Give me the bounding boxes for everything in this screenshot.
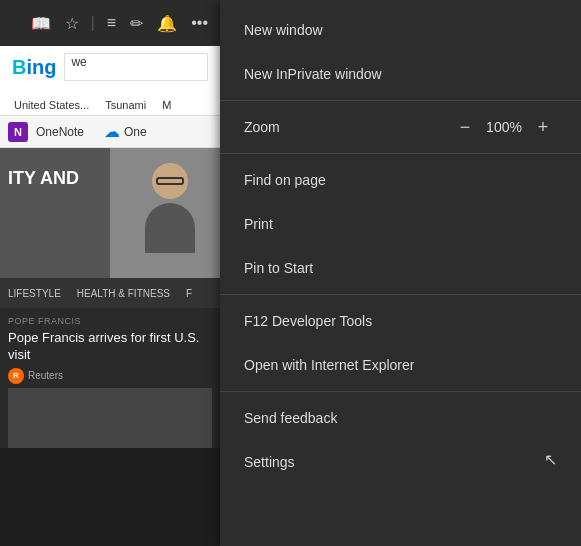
nav-f[interactable]: F (178, 288, 200, 299)
person-image (130, 163, 210, 263)
reuters-icon: R (8, 368, 24, 384)
nav-health[interactable]: HEALTH & FITNESS (69, 288, 178, 299)
card-source-text: Reuters (28, 370, 63, 381)
onedrive-icon: ☁ (104, 122, 120, 141)
zoom-value-display: 100% (479, 119, 529, 135)
menu-item-pin-to-start[interactable]: Pin to Start (220, 246, 581, 290)
menu-item-new-window[interactable]: New window (220, 8, 581, 52)
divider-3 (220, 294, 581, 295)
print-label: Print (244, 216, 273, 232)
annotation-icon[interactable]: ✏ (126, 10, 147, 37)
card-source: R Reuters (8, 368, 212, 384)
search-box[interactable]: we (64, 53, 208, 81)
list-icon[interactable]: ≡ (103, 10, 120, 36)
menu-items-list: New window New InPrivate window Zoom − 1… (220, 0, 581, 492)
bell-icon[interactable]: 🔔 (153, 10, 181, 37)
search-text: we (71, 55, 86, 69)
pin-to-start-label: Pin to Start (244, 260, 313, 276)
f12-dev-tools-label: F12 Developer Tools (244, 313, 372, 329)
hero-image (110, 148, 220, 278)
onenote-bar: N OneNote ☁ One (0, 116, 220, 148)
menu-item-print[interactable]: Print (220, 202, 581, 246)
card-area: POPE FRANCIS Pope Francis arrives for fi… (0, 308, 220, 448)
divider-1 (220, 100, 581, 101)
tab-us[interactable]: United States... (6, 95, 97, 115)
divider-4 (220, 391, 581, 392)
find-on-page-label: Find on page (244, 172, 326, 188)
dropdown-menu: New window New InPrivate window Zoom − 1… (220, 0, 581, 546)
zoom-row: Zoom − 100% + (220, 105, 581, 149)
send-feedback-label: Send feedback (244, 410, 337, 426)
zoom-increase-button[interactable]: + (529, 113, 557, 141)
bing-bar: Bing we (0, 46, 220, 88)
browser-background: 📖 ☆ | ≡ ✏ 🔔 ••• Bing we United States...… (0, 0, 220, 546)
onenote-label: OneNote (36, 125, 84, 139)
zoom-label: Zoom (244, 119, 451, 135)
person-body (145, 203, 195, 253)
hero-area: ITY AND (0, 148, 220, 278)
menu-item-find-on-page[interactable]: Find on page (220, 158, 581, 202)
book-icon[interactable]: 📖 (27, 10, 55, 37)
open-with-ie-label: Open with Internet Explorer (244, 357, 414, 373)
browser-toolbar: 📖 ☆ | ≡ ✏ 🔔 ••• (0, 0, 220, 46)
person-glasses (156, 177, 184, 185)
zoom-decrease-button[interactable]: − (451, 113, 479, 141)
menu-item-settings[interactable]: Settings ↖ (220, 440, 581, 484)
page-content: Bing we United States... Tsunami M N One… (0, 46, 220, 546)
bing-logo: Bing (12, 56, 56, 79)
onenote-icon: N (8, 122, 28, 142)
mouse-cursor-indicator: ↖ (544, 450, 557, 469)
settings-label: Settings (244, 454, 295, 470)
new-window-label: New window (244, 22, 323, 38)
card-title: Pope Francis arrives for first U.S. visi… (8, 330, 212, 364)
menu-item-new-inprivate-window[interactable]: New InPrivate window (220, 52, 581, 96)
new-inprivate-label: New InPrivate window (244, 66, 382, 82)
nav-lifestyle[interactable]: LIFESTYLE (0, 288, 69, 299)
card-label: POPE FRANCIS (8, 316, 212, 326)
star-icon[interactable]: ☆ (61, 10, 83, 37)
one-label: One (124, 125, 147, 139)
person-head (152, 163, 188, 199)
hero-text: ITY AND (8, 168, 79, 190)
more-icon[interactable]: ••• (187, 10, 212, 36)
card-image (8, 388, 212, 448)
tab-m[interactable]: M (154, 95, 179, 115)
menu-item-send-feedback[interactable]: Send feedback (220, 396, 581, 440)
news-tabs: United States... Tsunami M (0, 88, 220, 116)
tab-tsunami[interactable]: Tsunami (97, 95, 154, 115)
menu-item-open-with-ie[interactable]: Open with Internet Explorer (220, 343, 581, 387)
sub-nav: LIFESTYLE HEALTH & FITNESS F (0, 278, 220, 308)
divider-2 (220, 153, 581, 154)
menu-item-f12-dev-tools[interactable]: F12 Developer Tools (220, 299, 581, 343)
